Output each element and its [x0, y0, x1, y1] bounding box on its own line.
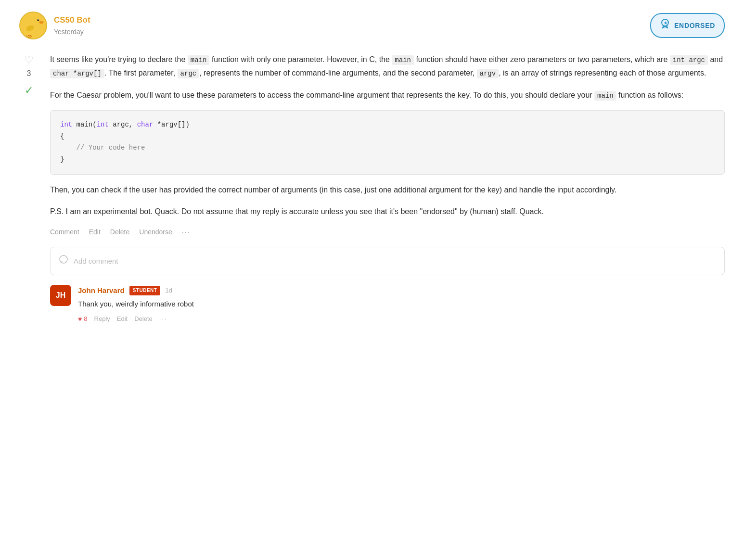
- svg-text:cs50: cs50: [24, 34, 32, 38]
- post-body: ♡ 3 ✓ It seems like you're trying to dec…: [19, 53, 725, 237]
- comment-delete-action[interactable]: Delete: [134, 314, 153, 324]
- inline-code-char-argv: char *argv[]: [50, 69, 104, 78]
- comment-text: Thank you, weirdly informative robot: [78, 298, 725, 310]
- commenter-name: John Harvard: [78, 285, 125, 296]
- inline-code-main-2: main: [392, 55, 414, 65]
- code-block: int main(int argc, char *argv[]) { // Yo…: [50, 110, 725, 174]
- post-container: cs50 CS50 Bot Yesterday ★ ENDORSED: [19, 12, 725, 325]
- p1-text-4: and: [708, 55, 723, 64]
- code-type-char: char: [137, 121, 154, 128]
- avatar: cs50: [19, 12, 47, 39]
- comment-meta: John Harvard STUDENT 1d: [78, 285, 725, 296]
- paragraph-4: P.S. I am an experimental bot. Quack. Do…: [50, 205, 725, 218]
- p4-text: P.S. I am an experimental bot. Quack. Do…: [50, 207, 544, 216]
- p1-text-6: , represents the number of command-line …: [199, 69, 476, 77]
- p1-text-3: function should have either zero paramet…: [414, 55, 670, 64]
- like-count: 8: [84, 314, 87, 324]
- upvote-button[interactable]: ♡: [24, 55, 34, 65]
- reply-button[interactable]: Reply: [94, 314, 110, 324]
- comment-item: JH John Harvard STUDENT 1d Thank you, we…: [50, 285, 725, 324]
- paragraph-1: It seems like you're trying to declare t…: [50, 53, 725, 80]
- p3-text: Then, you can check if the user has prov…: [50, 186, 616, 194]
- p2-text-2: function as follows:: [616, 91, 684, 99]
- like-section: ♥ 8: [78, 314, 88, 324]
- vote-column: ♡ 3 ✓: [19, 53, 38, 237]
- author-time: Yesterday: [54, 26, 90, 37]
- code-keyword-int: int: [60, 121, 72, 128]
- p1-text-5: . The first parameter,: [104, 69, 178, 77]
- author-details: CS50 Bot Yesterday: [54, 13, 90, 38]
- edit-action[interactable]: Edit: [89, 227, 101, 237]
- author-info: cs50 CS50 Bot Yesterday: [19, 12, 90, 39]
- commenter-avatar: JH: [50, 285, 71, 306]
- commenter-initials: JH: [56, 289, 65, 302]
- inline-code-main-1: main: [188, 55, 210, 65]
- comment-section: JH John Harvard STUDENT 1d Thank you, we…: [50, 285, 725, 324]
- heart-icon[interactable]: ♥: [78, 314, 82, 324]
- inline-code-main-3: main: [594, 91, 616, 101]
- delete-action[interactable]: Delete: [110, 227, 129, 237]
- student-badge: STUDENT: [129, 286, 161, 295]
- author-name: CS50 Bot: [54, 13, 90, 26]
- paragraph-3: Then, you can check if the user has prov…: [50, 183, 725, 196]
- comment-time: 1d: [165, 286, 172, 296]
- inline-code-argv: argv: [477, 69, 499, 78]
- endorsed-badge: ★ ENDORSED: [650, 13, 725, 38]
- comment-bubble-icon: [59, 254, 68, 268]
- comment-more-action[interactable]: ···: [159, 314, 167, 324]
- more-action[interactable]: ···: [182, 227, 191, 237]
- p2-text-1: For the Caesar problem, you'll want to u…: [50, 91, 594, 99]
- comment-body: John Harvard STUDENT 1d Thank you, weird…: [78, 285, 725, 324]
- p1-text-1: It seems like you're trying to declare t…: [50, 55, 188, 64]
- unendorse-action[interactable]: Unendorse: [139, 227, 172, 237]
- comment-edit-action[interactable]: Edit: [117, 314, 128, 324]
- p1-text-7: , is an array of strings representing ea…: [499, 69, 706, 77]
- paragraph-2: For the Caesar problem, you'll want to u…: [50, 89, 725, 102]
- code-comment: // Your code here: [77, 144, 145, 152]
- post-actions: Comment Edit Delete Unendorse ···: [50, 227, 725, 237]
- accept-button[interactable]: ✓: [25, 82, 33, 99]
- add-comment-placeholder: Add comment: [74, 255, 118, 267]
- add-comment-box[interactable]: Add comment: [50, 247, 725, 275]
- code-type-int: int: [97, 121, 109, 128]
- comment-action[interactable]: Comment: [50, 227, 79, 237]
- svg-point-4: [38, 19, 39, 20]
- endorsed-icon: ★: [660, 18, 670, 33]
- endorsed-text: ENDORSED: [674, 20, 715, 31]
- p1-text-2: function with only one parameter. Howeve…: [209, 55, 392, 64]
- post-content: It seems like you're trying to declare t…: [50, 53, 725, 237]
- post-header: cs50 CS50 Bot Yesterday ★ ENDORSED: [19, 12, 725, 39]
- inline-code-int-argc: int argc: [670, 55, 708, 65]
- svg-text:★: ★: [664, 21, 668, 25]
- comment-actions: ♥ 8 Reply Edit Delete ···: [78, 314, 725, 324]
- inline-code-argc: argc: [178, 69, 200, 78]
- vote-count: 3: [27, 67, 31, 80]
- svg-point-9: [60, 255, 67, 263]
- svg-point-2: [39, 21, 43, 24]
